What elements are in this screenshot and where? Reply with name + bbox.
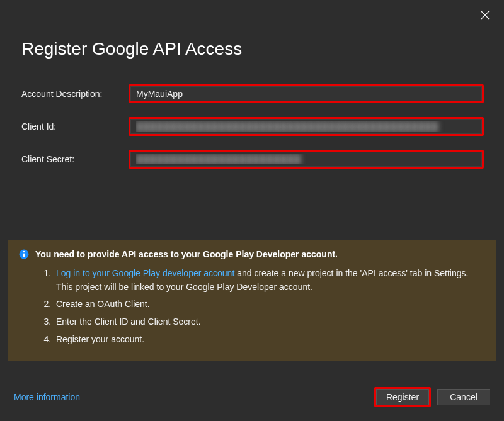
more-information-link[interactable]: More information (14, 392, 80, 402)
register-button-highlight: Register (374, 387, 431, 407)
client-id-row: Client Id: (21, 117, 484, 136)
info-icon (19, 249, 29, 259)
svg-point-4 (23, 251, 25, 252)
close-button[interactable] (478, 8, 493, 23)
svg-rect-3 (23, 254, 25, 257)
info-steps: Log in to your Google Play developer acc… (19, 267, 485, 346)
client-id-highlight (129, 117, 484, 136)
info-panel: You need to provide API access to your G… (8, 240, 496, 361)
info-step-2: Create an OAuth Client. (54, 298, 485, 312)
dialog-footer: More information Register Cancel (0, 374, 504, 421)
info-title: You need to provide API access to your G… (35, 249, 338, 259)
google-play-login-link[interactable]: Log in to your Google Play developer acc… (56, 268, 234, 278)
info-step-4: Register your account. (54, 333, 485, 347)
info-step-1: Log in to your Google Play developer acc… (54, 267, 485, 294)
client-secret-input[interactable] (130, 152, 482, 167)
dialog-title: Register Google API Access (0, 0, 504, 78)
client-secret-label: Client Secret: (21, 154, 129, 164)
register-button[interactable]: Register (376, 389, 429, 405)
footer-buttons: Register Cancel (374, 387, 490, 407)
cancel-button[interactable]: Cancel (437, 389, 490, 405)
client-secret-row: Client Secret: (21, 150, 484, 169)
client-id-input[interactable] (130, 119, 482, 134)
client-id-label: Client Id: (21, 121, 129, 132)
form-area: Account Description: Client Id: Client S… (0, 78, 504, 182)
info-header: You need to provide API access to your G… (19, 249, 485, 259)
register-api-dialog: Register Google API Access Account Descr… (0, 0, 504, 421)
account-description-row: Account Description: (21, 84, 484, 103)
info-step-3: Enter the Client ID and Client Secret. (54, 315, 485, 329)
client-secret-highlight (129, 150, 484, 169)
account-description-label: Account Description: (21, 89, 129, 99)
account-description-input[interactable] (130, 86, 482, 101)
close-icon (481, 11, 490, 20)
account-description-highlight (129, 84, 484, 103)
